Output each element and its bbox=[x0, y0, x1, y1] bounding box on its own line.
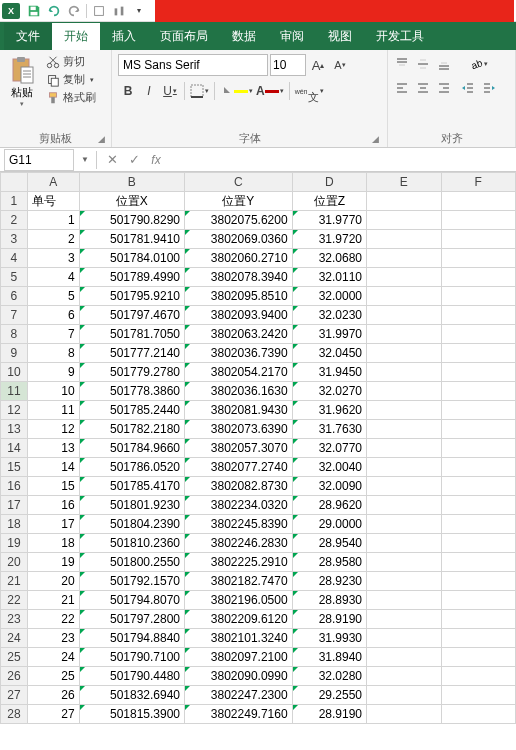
cell[interactable]: 25 bbox=[27, 667, 79, 686]
row-header[interactable]: 11 bbox=[1, 382, 28, 401]
phonetic-button[interactable]: wén文▾ bbox=[294, 80, 325, 102]
row-header[interactable]: 1 bbox=[1, 192, 28, 211]
cell[interactable] bbox=[367, 344, 441, 363]
enter-formula-icon[interactable]: ✓ bbox=[123, 152, 145, 167]
cell[interactable] bbox=[441, 458, 516, 477]
cell[interactable] bbox=[441, 534, 516, 553]
cell[interactable] bbox=[367, 610, 441, 629]
cell[interactable] bbox=[367, 515, 441, 534]
cell[interactable]: 3802097.2100 bbox=[185, 648, 293, 667]
cell[interactable] bbox=[441, 648, 516, 667]
qat-btn-4[interactable] bbox=[89, 2, 109, 20]
cell[interactable] bbox=[367, 306, 441, 325]
tab-view[interactable]: 视图 bbox=[316, 23, 364, 50]
row-header[interactable]: 14 bbox=[1, 439, 28, 458]
cell[interactable]: 22 bbox=[27, 610, 79, 629]
row-header[interactable]: 22 bbox=[1, 591, 28, 610]
cell[interactable]: 3802182.7470 bbox=[185, 572, 293, 591]
dialog-launcher-icon[interactable]: ◢ bbox=[372, 134, 379, 144]
col-header-a[interactable]: A bbox=[27, 173, 79, 192]
row-header[interactable]: 12 bbox=[1, 401, 28, 420]
cell[interactable]: 501797.4670 bbox=[79, 306, 184, 325]
row-header[interactable]: 27 bbox=[1, 686, 28, 705]
cell[interactable]: 501790.7100 bbox=[79, 648, 184, 667]
tab-page-layout[interactable]: 页面布局 bbox=[148, 23, 220, 50]
cell[interactable]: 17 bbox=[27, 515, 79, 534]
cancel-formula-icon[interactable]: ✕ bbox=[101, 152, 123, 167]
row-header[interactable]: 13 bbox=[1, 420, 28, 439]
row-header[interactable]: 28 bbox=[1, 705, 28, 724]
cell[interactable]: 501777.2140 bbox=[79, 344, 184, 363]
fill-color-button[interactable]: ▾ bbox=[219, 80, 254, 102]
cell[interactable]: 32.0000 bbox=[292, 287, 366, 306]
cell[interactable]: 7 bbox=[27, 325, 79, 344]
cell[interactable]: 501801.9230 bbox=[79, 496, 184, 515]
cell[interactable]: 6 bbox=[27, 306, 79, 325]
cell[interactable]: 11 bbox=[27, 401, 79, 420]
cell[interactable]: 3802246.2830 bbox=[185, 534, 293, 553]
cell[interactable]: 12 bbox=[27, 420, 79, 439]
cell[interactable] bbox=[367, 325, 441, 344]
cell[interactable]: 10 bbox=[27, 382, 79, 401]
cell[interactable]: 3802095.8510 bbox=[185, 287, 293, 306]
cell[interactable] bbox=[441, 629, 516, 648]
cell[interactable] bbox=[441, 401, 516, 420]
cell[interactable]: 26 bbox=[27, 686, 79, 705]
cell[interactable]: 3802093.9400 bbox=[185, 306, 293, 325]
save-icon[interactable] bbox=[24, 2, 44, 20]
cell[interactable]: 501832.6940 bbox=[79, 686, 184, 705]
cell[interactable] bbox=[367, 667, 441, 686]
insert-function-icon[interactable]: fx bbox=[145, 153, 167, 167]
row-header[interactable]: 21 bbox=[1, 572, 28, 591]
cell[interactable]: 31.8940 bbox=[292, 648, 366, 667]
increase-font-icon[interactable]: A▴ bbox=[308, 54, 328, 76]
cell[interactable]: 2 bbox=[27, 230, 79, 249]
row-header[interactable]: 4 bbox=[1, 249, 28, 268]
cell[interactable] bbox=[441, 439, 516, 458]
cell[interactable]: 501786.0520 bbox=[79, 458, 184, 477]
cell[interactable] bbox=[441, 705, 516, 724]
row-header[interactable]: 8 bbox=[1, 325, 28, 344]
cell[interactable] bbox=[367, 648, 441, 667]
cell[interactable]: 501795.9210 bbox=[79, 287, 184, 306]
row-header[interactable]: 5 bbox=[1, 268, 28, 287]
cell[interactable] bbox=[441, 306, 516, 325]
cell[interactable]: 501779.2780 bbox=[79, 363, 184, 382]
cell[interactable]: 3802234.0320 bbox=[185, 496, 293, 515]
cut-button[interactable]: 剪切 bbox=[44, 53, 98, 70]
cell[interactable] bbox=[441, 572, 516, 591]
cell[interactable] bbox=[367, 439, 441, 458]
cell[interactable]: 3802060.2710 bbox=[185, 249, 293, 268]
row-header[interactable]: 23 bbox=[1, 610, 28, 629]
cell[interactable] bbox=[367, 534, 441, 553]
worksheet-grid[interactable]: A B C D E F 1 单号 位置X 位置Y 位置Z 2 1 501790.… bbox=[0, 172, 516, 724]
cell[interactable] bbox=[367, 686, 441, 705]
tab-developer[interactable]: 开发工具 bbox=[364, 23, 436, 50]
cell[interactable]: 31.9930 bbox=[292, 629, 366, 648]
cell[interactable] bbox=[367, 629, 441, 648]
cell[interactable]: 501810.2360 bbox=[79, 534, 184, 553]
cell[interactable]: 501800.2550 bbox=[79, 553, 184, 572]
cell[interactable]: 32.0230 bbox=[292, 306, 366, 325]
cell[interactable]: 13 bbox=[27, 439, 79, 458]
cell[interactable]: 3802249.7160 bbox=[185, 705, 293, 724]
increase-indent-icon[interactable] bbox=[479, 77, 499, 99]
cell[interactable]: 27 bbox=[27, 705, 79, 724]
cell[interactable]: 501784.0100 bbox=[79, 249, 184, 268]
row-header[interactable]: 18 bbox=[1, 515, 28, 534]
cell[interactable]: 31.9450 bbox=[292, 363, 366, 382]
bold-button[interactable]: B bbox=[118, 80, 138, 102]
cell[interactable]: 3802075.6200 bbox=[185, 211, 293, 230]
cell[interactable]: 32.0680 bbox=[292, 249, 366, 268]
cell[interactable]: 31.9770 bbox=[292, 211, 366, 230]
cell[interactable]: 28.9540 bbox=[292, 534, 366, 553]
cell[interactable] bbox=[441, 192, 516, 211]
row-header[interactable]: 16 bbox=[1, 477, 28, 496]
tab-insert[interactable]: 插入 bbox=[100, 23, 148, 50]
row-header[interactable]: 26 bbox=[1, 667, 28, 686]
cell[interactable]: 24 bbox=[27, 648, 79, 667]
cell[interactable]: 3802081.9430 bbox=[185, 401, 293, 420]
cell[interactable]: 3802196.0500 bbox=[185, 591, 293, 610]
cell[interactable] bbox=[367, 496, 441, 515]
col-header-c[interactable]: C bbox=[185, 173, 293, 192]
